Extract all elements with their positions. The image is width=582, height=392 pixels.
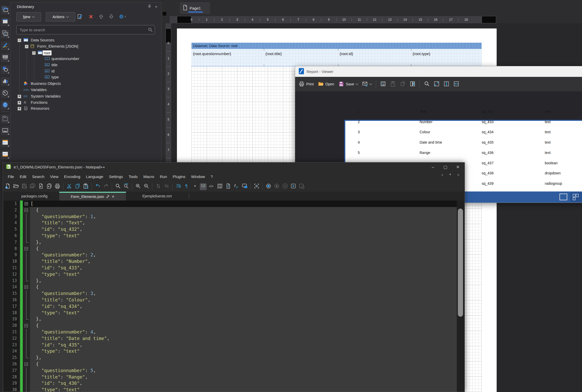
settings-gear-button[interactable]	[118, 14, 125, 20]
band-field-expression[interactable]: {root.type}	[413, 51, 430, 56]
macro-save-button[interactable]	[298, 183, 305, 190]
zoom-out-button[interactable]	[143, 183, 150, 190]
band-field-expression[interactable]: {root.title}	[265, 51, 282, 56]
tree-item-system-variables[interactable]: +[Σ#]System Variables	[11, 93, 161, 100]
vertical-scrollbar[interactable]	[457, 201, 464, 392]
tree-item-questionnumber[interactable]: .0questionnumber	[11, 56, 161, 62]
new-file-button[interactable]	[4, 183, 11, 190]
tree-item-business-objects[interactable]: Business Objects	[11, 81, 161, 87]
find-button[interactable]	[115, 183, 121, 190]
sync-horizontal-button[interactable]	[163, 183, 170, 190]
band-field-expression[interactable]: {root.id}	[340, 51, 353, 56]
collapse-icon[interactable]: -	[25, 45, 28, 48]
move-down-button[interactable]	[108, 14, 115, 20]
tree-item-form-elements-json-[interactable]: -Form_Elements [JSON]	[11, 43, 161, 50]
tree-item-resources[interactable]: +Resources	[11, 106, 161, 112]
fold-collapse-icon[interactable]	[25, 324, 28, 327]
menu-run[interactable]: Run	[157, 174, 170, 179]
tree-item-title[interactable]: abctitle	[11, 62, 161, 68]
redo-button[interactable]	[103, 183, 109, 190]
new-button[interactable]: New	[16, 12, 41, 21]
toolbox-barcode-button[interactable]: 12345	[1, 53, 10, 62]
single-page-view-icon[interactable]	[559, 194, 567, 200]
toolbox-rich-text-button[interactable]: A	[1, 150, 10, 159]
edit-button[interactable]	[77, 14, 84, 20]
copy-button[interactable]	[74, 183, 81, 190]
expand-icon[interactable]: +	[18, 107, 21, 110]
toolbox-shapes-button[interactable]	[1, 65, 10, 74]
notepadpp-title-bar[interactable]: e:\_DOWNLOADS\Form_Elements.json - Notep…	[3, 162, 465, 172]
close-doc-button[interactable]	[38, 183, 44, 190]
menu-tools[interactable]: Tools	[126, 174, 140, 179]
toolbox-text-block-button[interactable]: A	[1, 138, 10, 147]
menu-plugins[interactable]: Plugins	[170, 174, 188, 179]
print-button[interactable]	[54, 183, 61, 190]
collapse-icon[interactable]: -	[18, 39, 21, 42]
menu-window[interactable]: Window	[188, 174, 208, 179]
cut-button[interactable]	[66, 183, 72, 190]
page-width-button[interactable]	[453, 81, 459, 87]
menu-language[interactable]: Language	[83, 174, 106, 179]
email-button[interactable]	[362, 81, 372, 87]
thumbnails-button[interactable]	[410, 81, 415, 87]
toolbox-page-button[interactable]	[1, 115, 10, 123]
zoom-button[interactable]	[424, 81, 430, 87]
page-height-button[interactable]	[444, 81, 449, 87]
toolbox-text-components-button[interactable]: A	[1, 29, 10, 38]
fold-collapse-icon[interactable]	[25, 363, 28, 366]
tree-item-data-sources[interactable]: -Data Sources	[11, 37, 161, 43]
fold-collapse-icon[interactable]	[25, 202, 28, 205]
toolbox-map-globe-button[interactable]	[1, 101, 10, 110]
tree-item-root[interactable]: -root	[11, 50, 161, 56]
pin-icon[interactable]	[106, 195, 110, 199]
bookmarks-button[interactable]	[380, 81, 386, 87]
code-editor[interactable]: 1[2 {3 "questionnumber": 1,4 "title": "T…	[3, 201, 464, 392]
save-button[interactable]	[21, 183, 27, 190]
band-field-expression[interactable]: {root.questionnumber}	[193, 51, 231, 56]
parameters-button[interactable]: ?	[390, 81, 396, 87]
tab-form-elements-json[interactable]: Form_Elements.json✕	[59, 192, 126, 201]
menu-settings[interactable]: Settings	[106, 174, 126, 179]
toolbox-signature-button[interactable]	[1, 41, 10, 50]
sync-vertical-button[interactable]	[155, 183, 161, 190]
menu-file[interactable]: File	[5, 174, 17, 179]
macro-playall-button[interactable]	[290, 183, 296, 190]
replace-button[interactable]	[123, 183, 129, 190]
word-wrap-button[interactable]	[175, 183, 182, 190]
menu-encoding[interactable]: Encoding	[61, 174, 83, 179]
search-input[interactable]	[16, 25, 155, 34]
scrollbar-thumb[interactable]	[458, 209, 463, 317]
tab-packages-config[interactable]: packages.config	[10, 192, 59, 201]
function-list-button[interactable]	[225, 183, 231, 190]
collapse-icon[interactable]: -	[32, 51, 36, 55]
indent-guide-button[interactable]	[200, 183, 206, 190]
monitor-workspace-button[interactable]	[241, 183, 248, 190]
close-all-button[interactable]	[46, 183, 52, 190]
menu-search[interactable]: Search	[29, 174, 47, 179]
toolbox-gauge-button[interactable]	[1, 89, 10, 98]
paste-button[interactable]	[83, 183, 89, 190]
close-tab-icon[interactable]: ✕	[112, 195, 114, 198]
delete-button[interactable]	[87, 14, 94, 20]
data-band-row[interactable]: {root.questionnumber}{root.title}{root.i…	[191, 49, 482, 66]
close-icon[interactable]: ✕	[452, 162, 464, 172]
menu-edit[interactable]: Edit	[17, 174, 29, 179]
close-tab-icon[interactable]: ×	[457, 173, 459, 177]
copy-page-button[interactable]	[400, 81, 406, 87]
tree-item-functions[interactable]: +fxFunctions	[11, 100, 161, 106]
macro-stop-button[interactable]	[273, 183, 280, 190]
save-all-button[interactable]	[29, 183, 36, 190]
close-icon[interactable]: ×	[153, 4, 159, 9]
tab-ejemplofuente-mrt[interactable]: Ejemplofuente.mrt	[126, 192, 188, 201]
tree-item-id[interactable]: abcid	[11, 68, 161, 75]
expand-icon[interactable]: +	[18, 95, 21, 98]
menu-macro[interactable]: Macro	[140, 174, 157, 179]
toolbox-table-button[interactable]	[1, 18, 10, 26]
tab-page1[interactable]: Page1	[180, 2, 210, 14]
move-up-button[interactable]	[98, 14, 105, 20]
viewer-title-bar[interactable]: Report - Viewer	[295, 66, 582, 77]
toolbox-band-button[interactable]	[1, 127, 10, 135]
dropdown-arrow-button[interactable]	[192, 183, 198, 190]
menu-view[interactable]: View	[47, 174, 61, 179]
fx-button[interactable]: fx	[233, 183, 240, 190]
